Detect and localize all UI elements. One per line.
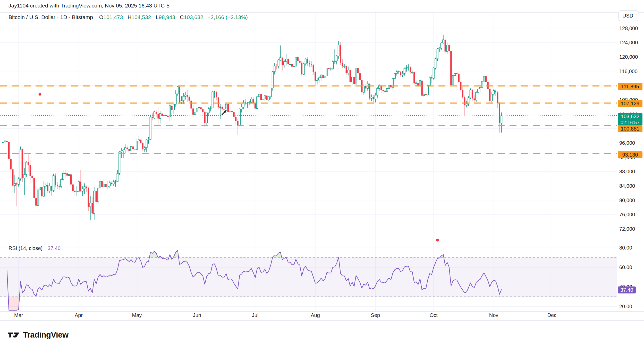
candle-down (22, 149, 23, 178)
candle-up (258, 94, 260, 97)
candle-up (289, 64, 291, 65)
candle-up (375, 95, 376, 99)
ohlc-open: O101,473 (99, 14, 123, 20)
candle-down (59, 186, 60, 187)
candle-up (99, 181, 101, 188)
candle-down (252, 99, 254, 103)
current-price-label: 103,632 02:16:57 (618, 113, 642, 125)
candle-down (55, 176, 56, 185)
month-label-mar[interactable]: Mar (14, 312, 23, 318)
candle-up (423, 94, 425, 96)
red-dot-marker (39, 93, 41, 96)
rsi-indicator-title[interactable]: RSI (14, close) 37.40 (9, 245, 61, 251)
candle-down (91, 203, 93, 213)
candle-up (2, 142, 4, 143)
candle-up (479, 87, 481, 89)
candle-up (466, 104, 467, 105)
candle-down (485, 76, 487, 82)
candle-down (328, 68, 330, 69)
candle-up (121, 151, 122, 152)
candle-down (410, 67, 411, 72)
candle-down (33, 178, 35, 198)
candle-up (408, 67, 409, 68)
candle-down (216, 92, 217, 97)
candle-up (26, 162, 27, 174)
candle-down (431, 77, 433, 78)
candle-down (359, 73, 361, 80)
candle-down (276, 66, 277, 66)
candle-down (171, 106, 173, 110)
price-tick-label: 124,000 (619, 40, 638, 46)
currency-button[interactable]: USD (618, 10, 638, 21)
month-label-dec[interactable]: Dec (547, 312, 557, 318)
candle-down (12, 169, 14, 186)
month-label-nov[interactable]: Nov (489, 312, 498, 318)
level-price-label: 100,881 (618, 125, 642, 132)
candle-up (388, 85, 390, 89)
candle-down (80, 182, 81, 191)
candle-down (72, 184, 74, 191)
candle-down (301, 63, 303, 74)
candle-up (351, 77, 353, 82)
candle-up (150, 117, 151, 139)
candle-up (225, 104, 227, 109)
candle-up (115, 182, 116, 182)
candle-up (20, 149, 21, 179)
candle-up (336, 56, 337, 61)
candle-down (227, 104, 229, 112)
candle-up (159, 114, 161, 118)
candle-down (307, 59, 308, 63)
candle-down (287, 59, 289, 64)
candle-up (61, 179, 62, 187)
candle-down (460, 82, 462, 90)
candle-up (396, 72, 397, 73)
chart-canvas[interactable] (0, 0, 644, 344)
candle-up (107, 186, 109, 187)
candle-up (241, 107, 242, 109)
candle-up (262, 99, 264, 100)
drawing-markers (39, 93, 439, 241)
candle-down (165, 115, 167, 116)
month-label-jul[interactable]: Jul (252, 312, 259, 318)
candle-down (105, 184, 107, 187)
candle-down (111, 183, 113, 184)
candle-up (63, 173, 64, 179)
candle-down (152, 117, 153, 118)
candle-down (464, 97, 465, 105)
symbol-title[interactable]: Bitcoin / U.S. Dollar · 1D · Bitstamp (9, 14, 93, 20)
candle-up (214, 92, 215, 92)
month-label-apr[interactable]: Apr (75, 312, 83, 318)
candle-up (154, 112, 155, 118)
tradingview-logo[interactable]: TradingView (8, 330, 69, 340)
candle-up (452, 75, 454, 85)
month-label-aug[interactable]: Aug (311, 312, 320, 318)
candle-up (173, 104, 175, 110)
rsi-tick-label: 80.00 (619, 245, 632, 251)
candle-up (229, 111, 231, 112)
month-label-sep[interactable]: Sep (371, 312, 380, 318)
level-price-label: 93,130 (618, 151, 642, 158)
candle-up (268, 97, 270, 100)
candle-up (429, 77, 430, 85)
candle-up (305, 59, 307, 64)
candle-up (138, 140, 140, 141)
candle-down (41, 187, 43, 196)
month-label-oct[interactable]: Oct (430, 312, 438, 318)
candle-down (413, 72, 415, 83)
candle-up (377, 88, 378, 95)
candle-down (142, 143, 143, 149)
candle-down (134, 149, 136, 150)
candle-down (222, 107, 223, 109)
price-tick-label: 88,000 (619, 169, 635, 175)
attribution-text: Jay1104 created with TradingView.com, No… (9, 3, 170, 9)
candle-up (53, 176, 54, 191)
month-label-may[interactable]: May (132, 312, 142, 318)
candle-down (299, 61, 301, 63)
candle-down (499, 103, 500, 123)
symbol-header: Bitcoin / U.S. Dollar · 1D · Bitstamp O1… (9, 14, 248, 20)
candle-down (31, 176, 33, 178)
ohlc-high: H104,532 (128, 14, 151, 20)
candle-down (132, 147, 134, 149)
candle-up (177, 87, 179, 94)
month-label-jun[interactable]: Jun (193, 312, 201, 318)
